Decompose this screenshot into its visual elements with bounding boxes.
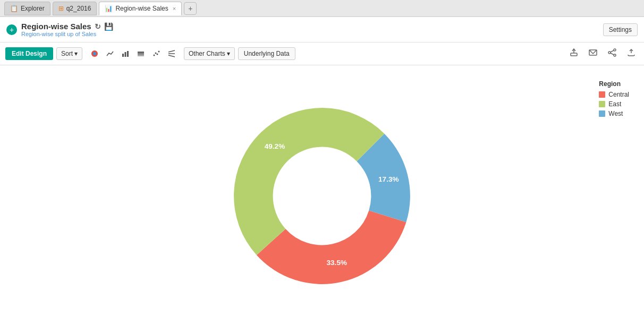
tab-region-wise-sales[interactable]: 📊 Region-wise Sales × bbox=[99, 2, 182, 15]
gantt-chart-icon[interactable] bbox=[165, 47, 179, 61]
legend: Region Central East West bbox=[595, 76, 633, 124]
svg-line-13 bbox=[168, 50, 175, 52]
add-tab-button[interactable]: + bbox=[184, 2, 197, 15]
scatter-chart-icon[interactable] bbox=[149, 47, 163, 61]
title-bar: + Region-wise Sales ↻ 💾 Region-wise spli… bbox=[0, 17, 644, 42]
legend-color-east bbox=[599, 101, 605, 107]
svg-point-8 bbox=[154, 55, 155, 56]
sort-button[interactable]: Sort ▾ bbox=[56, 47, 82, 60]
share-icon[interactable] bbox=[605, 45, 620, 62]
legend-item-west: West bbox=[599, 110, 629, 117]
tab-q2-2016-label: q2_2016 bbox=[66, 5, 91, 12]
tab-explorer-label: Explorer bbox=[21, 5, 45, 12]
stacked-bar-icon[interactable] bbox=[134, 47, 148, 61]
sort-dropdown-icon: ▾ bbox=[74, 50, 78, 57]
other-charts-dropdown-icon: ▾ bbox=[227, 50, 230, 57]
svg-rect-4 bbox=[127, 51, 129, 57]
other-charts-button[interactable]: Other Charts ▾ bbox=[184, 47, 235, 60]
donut-chart: 17.3%33.5%49.2% bbox=[210, 84, 434, 308]
color-fill-icon[interactable] bbox=[88, 47, 101, 61]
sheet-icon: ⊞ bbox=[58, 5, 64, 12]
chart-icon: 📊 bbox=[105, 5, 113, 12]
svg-rect-5 bbox=[138, 55, 144, 56]
toolbar: Edit Design Sort ▾ Other Charts ▾ Underl… bbox=[0, 42, 644, 65]
tab-q2-2016[interactable]: ⊞ q2_2016 bbox=[53, 2, 97, 15]
explorer-icon: 📋 bbox=[10, 5, 18, 12]
edit-design-button[interactable]: Edit Design bbox=[5, 47, 53, 60]
svg-rect-3 bbox=[125, 52, 126, 57]
line-chart-icon[interactable] bbox=[103, 47, 117, 61]
legend-color-west bbox=[599, 110, 605, 117]
refresh-icon[interactable]: ↻ bbox=[95, 22, 101, 31]
svg-line-22 bbox=[611, 53, 614, 55]
legend-label-central: Central bbox=[608, 91, 629, 98]
save-icon[interactable]: 💾 bbox=[104, 22, 113, 31]
export-icon[interactable] bbox=[566, 45, 581, 62]
legend-color-central bbox=[599, 91, 605, 98]
svg-rect-2 bbox=[122, 54, 124, 57]
svg-point-11 bbox=[158, 51, 160, 53]
email-icon[interactable] bbox=[586, 45, 600, 62]
legend-label-east: East bbox=[608, 100, 621, 108]
main-content: 17.3%33.5%49.2% Region Central East West bbox=[0, 65, 644, 324]
svg-text:49.2%: 49.2% bbox=[265, 142, 285, 150]
chart-area: 17.3%33.5%49.2% Region Central East West bbox=[0, 65, 644, 324]
svg-point-1 bbox=[93, 52, 96, 55]
svg-line-21 bbox=[611, 50, 614, 52]
legend-item-central: Central bbox=[599, 91, 629, 98]
settings-button[interactable]: Settings bbox=[603, 23, 638, 36]
svg-rect-7 bbox=[138, 52, 144, 53]
underlying-data-button[interactable]: Underlying Data bbox=[238, 47, 295, 60]
svg-point-19 bbox=[608, 52, 611, 54]
svg-rect-15 bbox=[571, 53, 577, 56]
close-icon[interactable]: × bbox=[173, 5, 176, 12]
tab-explorer[interactable]: 📋 Explorer bbox=[4, 2, 50, 15]
legend-title: Region bbox=[599, 80, 629, 88]
tab-region-wise-sales-label: Region-wise Sales bbox=[115, 5, 168, 12]
chart-type-icons bbox=[88, 47, 179, 61]
upload-icon[interactable] bbox=[624, 45, 639, 62]
svg-line-14 bbox=[168, 55, 175, 57]
add-view-button[interactable]: + bbox=[6, 24, 17, 35]
svg-point-9 bbox=[155, 53, 157, 54]
bar-chart-icon[interactable] bbox=[118, 47, 132, 61]
page-subtitle: Region-wise split up of Sales bbox=[21, 31, 113, 37]
svg-text:17.3%: 17.3% bbox=[378, 175, 399, 183]
svg-text:33.5%: 33.5% bbox=[326, 259, 347, 267]
svg-rect-6 bbox=[138, 53, 144, 55]
legend-item-east: East bbox=[599, 100, 629, 108]
tab-bar: 📋 Explorer ⊞ q2_2016 📊 Region-wise Sales… bbox=[0, 0, 644, 17]
svg-point-20 bbox=[614, 54, 616, 56]
svg-point-10 bbox=[157, 54, 158, 55]
page-title: Region-wise Sales bbox=[21, 22, 91, 31]
svg-point-18 bbox=[614, 49, 616, 51]
legend-label-west: West bbox=[608, 110, 623, 117]
